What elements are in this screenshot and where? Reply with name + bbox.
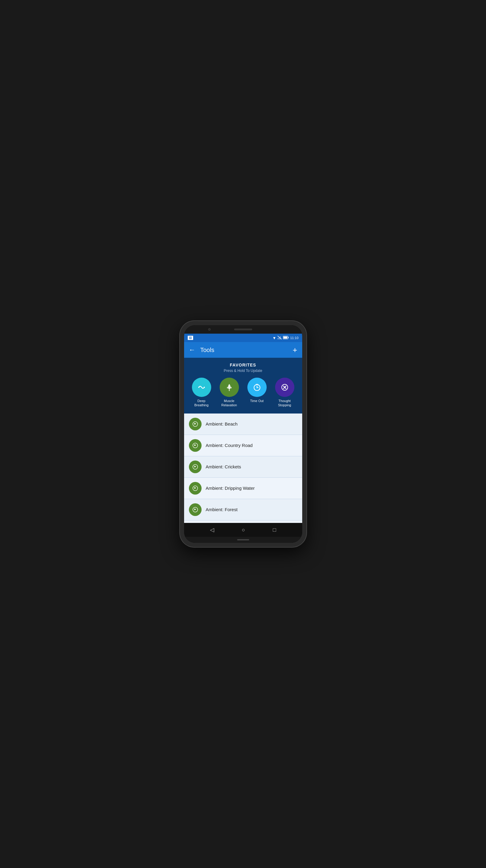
speaker xyxy=(234,329,252,330)
ambient-forest-label: Ambient: Forest xyxy=(206,507,238,512)
svg-point-8 xyxy=(204,387,205,388)
list-item[interactable]: Ambient: Crickets xyxy=(184,456,302,478)
favorites-title: FAVORITES xyxy=(188,363,299,367)
list-item[interactable]: Ambient: Frogs xyxy=(184,521,302,523)
list-section: Ambient: Beach Ambient: Country Road xyxy=(184,413,302,523)
ambient-beach-label: Ambient: Beach xyxy=(206,421,238,427)
deep-breathing-icon-circle xyxy=(192,378,211,397)
wifi-icon: ▼ xyxy=(272,336,276,340)
add-button[interactable]: + xyxy=(293,346,297,354)
fav-item-time-out[interactable]: Time Out xyxy=(245,378,269,403)
phone-screen: 🖼 ▼ xyxy=(184,325,302,543)
favorites-subtitle: Press & Hold To Update xyxy=(188,369,299,373)
ambient-country-road-label: Ambient: Country Road xyxy=(206,443,253,448)
app-bar: ← Tools + xyxy=(184,342,302,358)
main-content: FAVORITES Press & Hold To Update DeepBre xyxy=(184,358,302,523)
phone-frame: 🖼 ▼ xyxy=(180,321,306,547)
notification-image-icon: 🖼 xyxy=(188,336,193,340)
thought-stopping-icon-circle xyxy=(275,378,294,397)
fav-item-thought-stopping[interactable]: ThoughtStopping xyxy=(273,378,297,407)
time-out-icon-circle xyxy=(247,378,267,397)
ambient-forest-icon xyxy=(189,503,201,516)
ambient-dripping-water-icon xyxy=(189,482,201,495)
page-title: Tools xyxy=(200,347,288,353)
favorites-grid: DeepBreathing MuscleRelaxation xyxy=(188,378,299,407)
fav-item-muscle-relaxation[interactable]: MuscleRelaxation xyxy=(217,378,241,407)
deep-breathing-label: DeepBreathing xyxy=(194,399,208,407)
nav-back-button[interactable]: ◁ xyxy=(210,527,214,533)
nav-recent-button[interactable]: □ xyxy=(273,527,276,533)
list-item[interactable]: Ambient: Dripping Water xyxy=(184,478,302,499)
bottom-bar-indicator xyxy=(237,539,249,540)
back-button[interactable]: ← xyxy=(189,347,196,353)
list-item[interactable]: Ambient: Forest xyxy=(184,499,302,521)
fav-item-deep-breathing[interactable]: DeepBreathing xyxy=(190,378,214,407)
ambient-crickets-label: Ambient: Crickets xyxy=(206,464,241,469)
svg-rect-6 xyxy=(283,337,287,339)
time-display: 11:10 xyxy=(290,336,299,340)
camera xyxy=(208,328,210,331)
list-item[interactable]: Ambient: Country Road xyxy=(184,435,302,456)
thought-stopping-label: ThoughtStopping xyxy=(278,399,291,407)
bottom-nav: ◁ ○ □ xyxy=(184,523,302,537)
status-left: 🖼 xyxy=(188,336,193,340)
ambient-country-road-icon xyxy=(189,439,201,452)
ambient-beach-icon xyxy=(189,418,201,430)
svg-rect-5 xyxy=(288,337,289,338)
time-out-label: Time Out xyxy=(250,399,264,403)
list-item[interactable]: Ambient: Beach xyxy=(184,413,302,435)
svg-point-7 xyxy=(198,387,199,388)
phone-bottom-bar xyxy=(184,537,302,543)
muscle-relaxation-icon-circle xyxy=(220,378,239,397)
status-right: ▼ 11:10 xyxy=(272,336,298,340)
phone-top-bar xyxy=(184,325,302,334)
ambient-dripping-water-label: Ambient: Dripping Water xyxy=(206,486,255,491)
signal-icon xyxy=(278,336,282,340)
nav-home-button[interactable]: ○ xyxy=(242,527,245,533)
status-bar: 🖼 ▼ xyxy=(184,334,302,342)
battery-icon xyxy=(283,336,289,340)
favorites-section: FAVORITES Press & Hold To Update DeepBre xyxy=(184,358,302,413)
ambient-crickets-icon xyxy=(189,461,201,473)
svg-point-14 xyxy=(256,387,257,388)
muscle-relaxation-label: MuscleRelaxation xyxy=(222,399,237,407)
svg-rect-0 xyxy=(278,338,279,339)
